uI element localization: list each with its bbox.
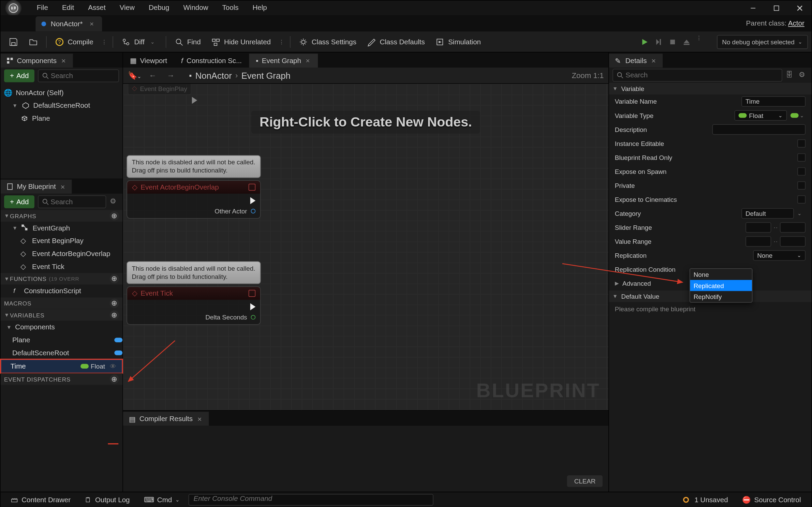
save-button[interactable] bbox=[4, 33, 23, 50]
add-component-button[interactable]: +Add bbox=[4, 70, 35, 83]
details-search-input[interactable] bbox=[625, 71, 778, 79]
stop-button[interactable] bbox=[666, 35, 679, 49]
cmd-input-wrap[interactable] bbox=[188, 494, 433, 505]
browse-button[interactable] bbox=[24, 33, 43, 50]
variable-name-input[interactable] bbox=[741, 96, 806, 107]
hide-unrelated-dropdown[interactable]: ⋮ bbox=[277, 39, 286, 45]
expose-cine-checkbox[interactable] bbox=[797, 195, 806, 204]
breadcrumb-root[interactable]: NonActor bbox=[195, 71, 232, 80]
close-components-tab[interactable]: × bbox=[60, 56, 67, 65]
value-max-input[interactable] bbox=[780, 236, 806, 247]
add-blueprint-button[interactable]: +Add bbox=[4, 195, 35, 208]
menu-debug[interactable]: Debug bbox=[142, 1, 176, 15]
bookmark-icon[interactable]: 🔖⌄ bbox=[128, 71, 142, 80]
play-options-dropdown[interactable]: ⋮ bbox=[694, 35, 704, 49]
document-tab[interactable]: NonActor* × bbox=[35, 16, 102, 31]
class-settings-button[interactable]: Class Settings bbox=[294, 33, 361, 50]
component-root[interactable]: 🌐NonActor (Self) bbox=[1, 86, 122, 99]
eventgraph-item[interactable]: ▼EventGraph bbox=[1, 222, 122, 235]
node-actoroverlap[interactable]: ◇Event ActorBeginOverlap Other Actor bbox=[127, 180, 261, 219]
compile-button[interactable]: ?Compile bbox=[50, 33, 98, 50]
myblueprint-search[interactable] bbox=[38, 195, 106, 208]
breadcrumb-leaf[interactable]: Event Graph bbox=[241, 71, 291, 80]
component-scene-root[interactable]: ▼DefaultSceneRoot bbox=[1, 99, 122, 112]
maximize-button[interactable] bbox=[765, 1, 788, 15]
close-details-tab[interactable]: × bbox=[650, 56, 657, 65]
nav-forward[interactable]: → bbox=[163, 71, 178, 80]
eventdispatchers-header[interactable]: EVENT DISPATCHERS⊕ bbox=[1, 373, 122, 385]
expose-spawn-checkbox[interactable] bbox=[797, 167, 806, 176]
container-type-icon[interactable] bbox=[791, 113, 799, 118]
replication-option-repnotify[interactable]: RepNotify bbox=[690, 291, 752, 302]
unsaved-indicator[interactable]: 1 Unsaved bbox=[677, 493, 734, 506]
graph-canvas[interactable]: Right-Click to Create New Nodes. BLUEPRI… bbox=[123, 84, 608, 410]
category-combo[interactable]: Default bbox=[741, 208, 794, 219]
menu-edit[interactable]: Edit bbox=[55, 1, 81, 15]
nav-back[interactable]: ← bbox=[145, 71, 160, 80]
details-tab[interactable]: ✎Details× bbox=[609, 54, 663, 68]
content-drawer-button[interactable]: 🗃Content Drawer bbox=[5, 493, 76, 506]
var-sceneroot[interactable]: DefaultSceneRoot bbox=[1, 346, 122, 359]
node-beginplay-ghost[interactable]: ◇Event BeginPlay bbox=[128, 84, 191, 95]
myblueprint-search-input[interactable] bbox=[50, 198, 102, 206]
menu-asset[interactable]: Asset bbox=[81, 1, 113, 15]
add-graph-button[interactable]: ⊕ bbox=[110, 211, 119, 220]
components-search-input[interactable] bbox=[51, 72, 115, 80]
output-pin[interactable] bbox=[251, 315, 255, 319]
add-function-button[interactable]: ⊕ bbox=[110, 274, 119, 283]
event-tick-item[interactable]: ◇Event Tick bbox=[1, 260, 122, 273]
private-checkbox[interactable] bbox=[797, 181, 806, 190]
find-button[interactable]: Find bbox=[169, 33, 205, 50]
slider-min-input[interactable] bbox=[745, 222, 771, 233]
details-view-icon[interactable]: 🗄 bbox=[786, 71, 795, 80]
myblueprint-tab[interactable]: My Blueprint× bbox=[1, 180, 72, 194]
functions-header[interactable]: ▼FUNCTIONS(19 OVERR⊕ bbox=[1, 273, 122, 285]
instance-editable-checkbox[interactable] bbox=[797, 139, 806, 148]
cmd-button[interactable]: ⌨Cmd⌄ bbox=[138, 493, 186, 506]
bp-readonly-checkbox[interactable] bbox=[797, 153, 806, 162]
details-settings-icon[interactable]: ⚙ bbox=[799, 71, 808, 80]
myblueprint-settings-icon[interactable]: ⚙ bbox=[110, 197, 119, 206]
source-control-button[interactable]: ⛔Source Control bbox=[736, 493, 807, 506]
event-beginplay-item[interactable]: ◇Event BeginPlay bbox=[1, 235, 122, 248]
debug-object-combo[interactable]: No debug object selected⌄ bbox=[717, 35, 808, 49]
var-plane[interactable]: Plane bbox=[1, 333, 122, 346]
add-variable-button[interactable]: ⊕ bbox=[110, 310, 119, 319]
eject-button[interactable] bbox=[680, 35, 693, 49]
graphs-header[interactable]: ▼GRAPHS⊕ bbox=[1, 210, 122, 222]
event-overlap-item[interactable]: ◇Event ActorBeginOverlap bbox=[1, 247, 122, 260]
step-button[interactable] bbox=[652, 35, 665, 49]
compiler-results-tab[interactable]: ▤Compiler Results× bbox=[123, 412, 209, 426]
menu-view[interactable]: View bbox=[113, 1, 142, 15]
close-tab-button[interactable]: × bbox=[87, 20, 96, 28]
output-log-button[interactable]: 🗒Output Log bbox=[79, 493, 136, 506]
components-search[interactable] bbox=[38, 70, 119, 83]
variables-header[interactable]: ▼VARIABLES⊕ bbox=[1, 309, 122, 321]
minimize-button[interactable] bbox=[741, 1, 765, 15]
components-tab[interactable]: Components× bbox=[1, 54, 73, 68]
macros-header[interactable]: MACROS⊕ bbox=[1, 297, 122, 309]
hide-unrelated-button[interactable]: Hide Unrelated bbox=[207, 33, 276, 50]
replication-option-none[interactable]: None bbox=[690, 269, 752, 280]
menu-file[interactable]: File bbox=[30, 1, 55, 15]
close-myblueprint-tab[interactable]: × bbox=[59, 182, 66, 191]
play-button[interactable] bbox=[638, 35, 651, 49]
close-eventgraph-tab[interactable]: × bbox=[305, 57, 311, 65]
viewport-tab[interactable]: ▦Viewport bbox=[123, 54, 174, 68]
node-toggle-icon[interactable] bbox=[248, 183, 255, 191]
close-compiler-tab[interactable]: × bbox=[196, 414, 203, 423]
construction-tab[interactable]: fConstruction Sc... bbox=[174, 54, 249, 68]
diff-button[interactable]: Diff⌄ bbox=[117, 33, 162, 50]
var-time[interactable]: Time Float👁 bbox=[1, 359, 122, 373]
variable-type-combo[interactable]: Float⌄ bbox=[735, 110, 787, 121]
category-dropdown-icon[interactable]: ⌄ bbox=[794, 210, 806, 216]
eventgraph-tab[interactable]: ▪Event Graph× bbox=[249, 54, 318, 68]
visibility-toggle-icon[interactable]: 👁 bbox=[107, 363, 118, 370]
cmd-input[interactable] bbox=[194, 494, 428, 503]
details-search[interactable] bbox=[612, 69, 782, 82]
add-dispatcher-button[interactable]: ⊕ bbox=[110, 374, 119, 384]
class-defaults-button[interactable]: Class Defaults bbox=[362, 33, 429, 50]
component-plane[interactable]: Plane bbox=[1, 112, 122, 125]
exec-pin-icon[interactable] bbox=[192, 97, 197, 104]
variable-section-header[interactable]: ▼Variable bbox=[609, 83, 812, 94]
